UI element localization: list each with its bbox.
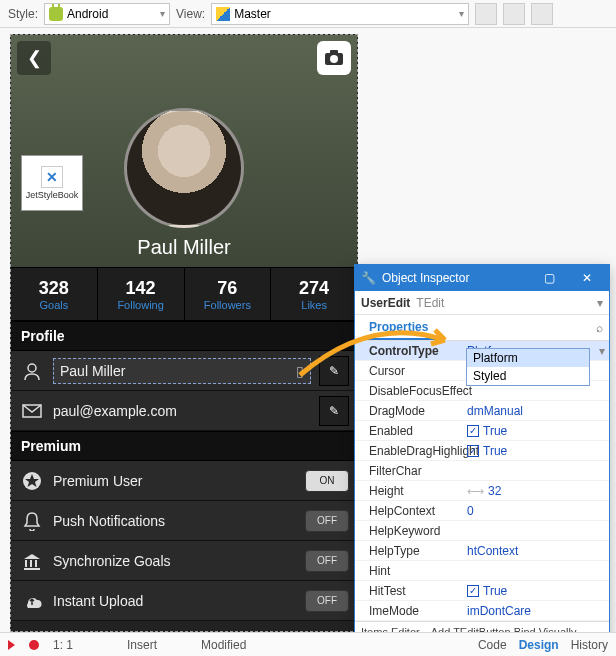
premium-row-0: Premium User ON	[11, 461, 357, 501]
edit-email-button[interactable]: ✎	[319, 396, 349, 426]
email-field[interactable]: paul@example.com	[53, 403, 311, 419]
stats-bar: 328Goals 142Following 76Followers 274Lik…	[11, 267, 357, 321]
upload-icon	[19, 588, 45, 614]
prop-HitTest[interactable]: HitTest✓True	[355, 581, 609, 601]
mail-icon	[19, 398, 45, 424]
style-value: Android	[67, 7, 108, 21]
back-button[interactable]: ❮	[17, 41, 51, 75]
wrench-icon: 🔧	[361, 271, 376, 285]
premium-label-1: Push Notifications	[53, 513, 297, 529]
tab-properties[interactable]: Properties	[361, 316, 436, 340]
phone-icon: ▯	[296, 363, 304, 379]
stylebook-label: JetStyleBook	[26, 190, 79, 200]
stat-followers[interactable]: 76Followers	[185, 268, 272, 320]
user-name-display: Paul Miller	[137, 236, 230, 259]
premium-label-3: Instant Upload	[53, 593, 297, 609]
toolbar-button-2[interactable]	[503, 3, 525, 25]
star-icon	[19, 468, 45, 494]
object-inspector[interactable]: 🔧 Object Inspector ▢ ✕ UserEdit TEdit ▾ …	[354, 264, 610, 656]
prop-Enabled[interactable]: Enabled✓True	[355, 421, 609, 441]
camera-icon	[324, 50, 344, 66]
switch-premium[interactable]: ON	[305, 470, 349, 492]
switch-sync[interactable]: OFF	[305, 550, 349, 572]
prop-Height[interactable]: Height⟷32	[355, 481, 609, 501]
chevron-down-icon: ▾	[160, 8, 165, 19]
premium-label-2: Synchronize Goals	[53, 553, 297, 569]
inspector-titlebar[interactable]: 🔧 Object Inspector ▢ ✕	[355, 265, 609, 291]
master-icon	[216, 7, 230, 21]
modified-flag: Modified	[201, 638, 261, 652]
prop-FilterChar[interactable]: FilterChar	[355, 461, 609, 481]
controltype-dropdown[interactable]: Platform Styled	[466, 348, 590, 386]
view-combo[interactable]: Master ▾	[211, 3, 469, 25]
style-toolbar: Style: Android ▾ View: Master ▾	[0, 0, 616, 28]
stylebook-icon: ✕	[41, 166, 63, 188]
dropdown-option-styled[interactable]: Styled	[467, 367, 589, 385]
stat-goals[interactable]: 328Goals	[11, 268, 98, 320]
svg-point-3	[28, 364, 36, 372]
premium-row-1: Push Notifications OFF	[11, 501, 357, 541]
inspector-selector[interactable]: UserEdit TEdit ▾	[355, 291, 609, 315]
maximize-button[interactable]: ▢	[533, 268, 565, 288]
selected-class: TEdit	[416, 296, 444, 310]
switch-upload[interactable]: OFF	[305, 590, 349, 612]
user-edit-field[interactable]: Paul Miller ▯	[53, 358, 311, 384]
svg-point-1	[330, 55, 338, 63]
prop-ImeMode[interactable]: ImeModeimDontCare	[355, 601, 609, 621]
premium-label-0: Premium User	[53, 473, 297, 489]
dropdown-option-platform[interactable]: Platform	[467, 349, 589, 367]
view-label: View:	[176, 7, 205, 21]
close-button[interactable]: ✕	[571, 268, 603, 288]
inspector-tabs: Properties ⌕	[355, 315, 609, 341]
person-icon	[19, 358, 45, 384]
premium-row-3: Instant Upload OFF	[11, 581, 357, 621]
toolbar-button-3[interactable]	[531, 3, 553, 25]
status-bar: 1: 1 Insert Modified Code Design History	[0, 632, 616, 656]
prop-Hint[interactable]: Hint	[355, 561, 609, 581]
prop-HelpContext[interactable]: HelpContext0	[355, 501, 609, 521]
cursor-pos: 1: 1	[53, 638, 113, 652]
stat-following[interactable]: 142Following	[98, 268, 185, 320]
camera-button[interactable]	[317, 41, 351, 75]
bottom-tabs: Code Design History	[478, 638, 608, 652]
android-icon	[49, 7, 63, 21]
insert-mode: Insert	[127, 638, 187, 652]
premium-row-2: Synchronize Goals OFF	[11, 541, 357, 581]
chevron-down-icon: ▾	[459, 8, 464, 19]
avatar	[124, 108, 244, 228]
tab-design[interactable]: Design	[519, 638, 559, 652]
prop-DragMode[interactable]: DragModedmManual	[355, 401, 609, 421]
tab-code[interactable]: Code	[478, 638, 507, 652]
record-icon[interactable]	[29, 640, 39, 650]
bell-icon	[19, 508, 45, 534]
selected-name: UserEdit	[361, 296, 410, 310]
stat-likes[interactable]: 274Likes	[271, 268, 357, 320]
email-row: paul@example.com ✎	[11, 391, 357, 431]
name-row: Paul Miller ▯ ✎	[11, 351, 357, 391]
hero-panel: ❮ ✕ JetStyleBook Paul Miller	[11, 35, 357, 267]
bank-icon	[19, 548, 45, 574]
play-icon[interactable]	[8, 640, 15, 650]
user-edit-value: Paul Miller	[60, 363, 125, 379]
design-surface[interactable]: ❮ ✕ JetStyleBook Paul Miller 328Goals 14…	[10, 34, 358, 632]
inspector-title: Object Inspector	[382, 271, 469, 285]
premium-header: Premium	[11, 431, 357, 461]
prop-HelpKeyword[interactable]: HelpKeyword	[355, 521, 609, 541]
style-label: Style:	[8, 7, 38, 21]
search-icon[interactable]: ⌕	[596, 321, 603, 335]
svg-rect-2	[330, 50, 338, 54]
stylebook[interactable]: ✕ JetStyleBook	[21, 155, 83, 211]
edit-name-button[interactable]: ✎	[319, 356, 349, 386]
profile-header: Profile	[11, 321, 357, 351]
toolbar-button-1[interactable]	[475, 3, 497, 25]
style-combo[interactable]: Android ▾	[44, 3, 170, 25]
tab-history[interactable]: History	[571, 638, 608, 652]
prop-EnableDragHighlight[interactable]: EnableDragHighlight✓True	[355, 441, 609, 461]
chevron-down-icon: ▾	[597, 296, 603, 310]
view-value: Master	[234, 7, 271, 21]
prop-HelpType[interactable]: HelpTypehtContext	[355, 541, 609, 561]
switch-push[interactable]: OFF	[305, 510, 349, 532]
